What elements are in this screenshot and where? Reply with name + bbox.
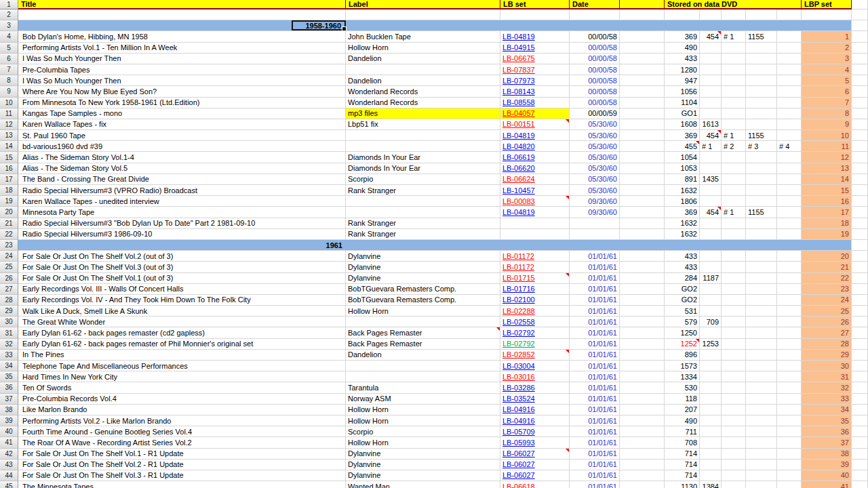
lb-set-link[interactable]: LB-07973 bbox=[502, 77, 535, 85]
cell-dvd-1[interactable]: 714 bbox=[665, 470, 700, 481]
cell-date[interactable]: 01/01/61 bbox=[570, 437, 620, 448]
cell-title[interactable]: For Sale Or Just On The Shelf Vol.3 - R1… bbox=[18, 470, 346, 481]
cell-label[interactable]: Scorpio bbox=[346, 426, 500, 437]
row-number[interactable]: 17 bbox=[0, 174, 18, 185]
cell-dvd-3[interactable] bbox=[722, 229, 746, 240]
cell-label[interactable]: Lbp51 fix bbox=[346, 119, 500, 130]
header-label[interactable]: Label bbox=[346, 0, 500, 9]
cell-lbp-set[interactable]: 23 bbox=[802, 284, 852, 295]
cell-lb-set[interactable]: LB-04915 bbox=[500, 43, 570, 54]
cell-after[interactable] bbox=[852, 130, 868, 141]
cell-dvd-4[interactable] bbox=[746, 9, 777, 20]
cell-dvd-3[interactable] bbox=[722, 64, 746, 75]
cell-title[interactable]: Ten Of Swords bbox=[18, 382, 346, 393]
cell-dvd-5[interactable] bbox=[777, 43, 802, 54]
cell-dvd-4[interactable] bbox=[746, 394, 777, 405]
cell-lb-set[interactable]: LB-06675 bbox=[500, 54, 570, 64]
cell-label[interactable] bbox=[346, 130, 500, 141]
cell-dvd-4[interactable] bbox=[746, 339, 777, 350]
cell-blank[interactable] bbox=[620, 98, 665, 108]
cell-title[interactable]: Early Recordings Vol. III - Walls Of Con… bbox=[18, 284, 346, 295]
cell-after[interactable] bbox=[852, 86, 868, 97]
cell-after[interactable] bbox=[852, 75, 868, 86]
row-number[interactable]: 35 bbox=[0, 371, 18, 382]
cell-blank[interactable] bbox=[620, 415, 665, 426]
cell-lb-set[interactable]: LB-02288 bbox=[500, 306, 570, 317]
cell-lb-set[interactable]: LB-05993 bbox=[500, 437, 570, 448]
cell-date[interactable]: 00/00/58 bbox=[570, 86, 620, 97]
cell-dvd-2[interactable] bbox=[700, 163, 722, 174]
cell-lbp-set[interactable]: 27 bbox=[802, 327, 852, 338]
cell-after[interactable] bbox=[852, 273, 868, 284]
cell-dvd-4[interactable] bbox=[746, 229, 777, 240]
cell-after[interactable] bbox=[852, 470, 868, 481]
cell-after[interactable] bbox=[852, 185, 868, 196]
cell-lbp-set[interactable]: 12 bbox=[802, 152, 852, 163]
cell-dvd-4[interactable] bbox=[746, 306, 777, 317]
cell-lb-set[interactable]: LB-06619 bbox=[500, 152, 570, 163]
cell-dvd-1[interactable]: 1250 bbox=[665, 327, 700, 338]
cell-date[interactable]: 01/01/61 bbox=[570, 251, 620, 262]
cell-dvd-3[interactable] bbox=[722, 470, 746, 481]
cell-title[interactable]: The Minnesota Tapes bbox=[18, 481, 346, 488]
cell-title[interactable]: The Roar Of A Wave - Recording Artist Se… bbox=[18, 437, 346, 448]
lb-set-link[interactable]: LB-04057 bbox=[502, 109, 535, 117]
cell-dvd-2[interactable]: # 1 bbox=[700, 141, 722, 152]
row-number[interactable]: 11 bbox=[0, 108, 18, 119]
cell-dvd-2[interactable] bbox=[700, 350, 722, 361]
cell-dvd-3[interactable] bbox=[722, 382, 746, 393]
cell-lbp-set[interactable]: 40 bbox=[802, 470, 852, 481]
cell-after[interactable] bbox=[852, 481, 868, 488]
cell-lb-set[interactable]: LB-08143 bbox=[500, 86, 570, 97]
cell-date[interactable]: 05/30/60 bbox=[570, 152, 620, 163]
cell-after[interactable] bbox=[852, 240, 868, 251]
cell-dvd-4[interactable] bbox=[746, 152, 777, 163]
cell-lbp-set[interactable]: 31 bbox=[802, 371, 852, 382]
cell-lb-set[interactable]: LB-06027 bbox=[500, 460, 570, 470]
cell-date[interactable]: 00/00/58 bbox=[570, 75, 620, 86]
cell-after[interactable] bbox=[852, 9, 868, 20]
cell-title[interactable]: Minnesota Party Tape bbox=[18, 207, 346, 218]
cell-after[interactable] bbox=[852, 361, 868, 371]
cell-title[interactable]: Like Marlon Brando bbox=[18, 405, 346, 415]
cell-title[interactable]: Hard Times In New York City bbox=[18, 371, 346, 382]
cell-blank[interactable] bbox=[620, 130, 665, 141]
row-number[interactable]: 8 bbox=[0, 75, 18, 86]
header-lb-set[interactable]: LB set bbox=[500, 0, 570, 9]
cell-dvd-5[interactable] bbox=[777, 130, 802, 141]
cell-dvd-4[interactable] bbox=[746, 75, 777, 86]
cell-dvd-1[interactable]: 530 bbox=[665, 382, 700, 393]
cell-dvd-1[interactable]: 531 bbox=[665, 306, 700, 317]
cell-blank[interactable] bbox=[620, 426, 665, 437]
cell-dvd-2[interactable] bbox=[700, 284, 722, 295]
row-number[interactable]: 15 bbox=[0, 152, 18, 163]
cell-after[interactable] bbox=[852, 207, 868, 218]
cell-date[interactable]: 05/30/60 bbox=[570, 163, 620, 174]
cell-dvd-1[interactable]: 207 bbox=[665, 405, 700, 415]
cell-dvd-2[interactable]: 1613 bbox=[700, 119, 722, 130]
cell-lb-set[interactable]: LB-00151 bbox=[500, 119, 570, 130]
cell-title[interactable]: In The Pines bbox=[18, 350, 346, 361]
cell-dvd-3[interactable] bbox=[722, 152, 746, 163]
cell-dvd-4[interactable] bbox=[746, 98, 777, 108]
cell-dvd-5[interactable] bbox=[777, 449, 802, 460]
cell-title[interactable]: I Was So Much Younger Then bbox=[18, 54, 346, 64]
cell-lbp-set[interactable] bbox=[802, 9, 852, 20]
cell-dvd-4[interactable] bbox=[746, 218, 777, 229]
cell-date[interactable]: 01/01/61 bbox=[570, 415, 620, 426]
lb-set-link[interactable]: LB-05709 bbox=[502, 428, 535, 436]
cell-label[interactable]: Tarantula bbox=[346, 382, 500, 393]
cell-dvd-4[interactable] bbox=[746, 382, 777, 393]
cell-dvd-3[interactable] bbox=[722, 108, 746, 119]
cell-lbp-set[interactable]: 7 bbox=[802, 98, 852, 108]
cell-dvd-5[interactable] bbox=[777, 470, 802, 481]
cell-dvd-4[interactable]: 1155 bbox=[746, 207, 777, 218]
lb-set-link[interactable]: LB-04820 bbox=[502, 142, 535, 150]
row-number[interactable]: 30 bbox=[0, 317, 18, 327]
cell-dvd-5[interactable] bbox=[777, 426, 802, 437]
cell-dvd-2[interactable] bbox=[700, 108, 722, 119]
cell-date[interactable] bbox=[570, 9, 620, 20]
cell-dvd-1[interactable]: 118 bbox=[665, 394, 700, 405]
header-date[interactable]: Date bbox=[570, 0, 620, 9]
cell-dvd-2[interactable] bbox=[700, 470, 722, 481]
